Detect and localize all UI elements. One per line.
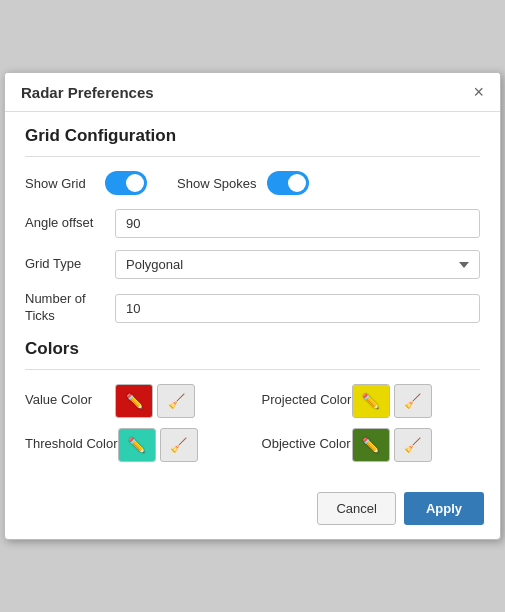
grid-type-row: Grid Type Polygonal Circular	[25, 250, 480, 279]
angle-offset-label: Angle offset	[25, 215, 115, 232]
cancel-button[interactable]: Cancel	[317, 492, 395, 525]
grid-config-title: Grid Configuration	[25, 126, 480, 146]
show-spokes-group: Show Spokes	[177, 171, 309, 195]
value-color-pencil-icon: ✏️	[126, 393, 143, 409]
angle-offset-input[interactable]	[115, 209, 480, 238]
show-spokes-slider	[267, 171, 309, 195]
projected-color-pencil-icon: ✏️	[362, 393, 379, 409]
angle-offset-control	[115, 209, 480, 238]
dialog-footer: Cancel Apply	[5, 482, 500, 539]
num-ticks-input[interactable]	[115, 294, 480, 323]
grid-type-control: Polygonal Circular	[115, 250, 480, 279]
show-grid-slider	[105, 171, 147, 195]
projected-color-eraser-icon: 🧹	[404, 393, 421, 409]
dialog-body: Grid Configuration Show Grid Show Spokes	[5, 112, 500, 482]
projected-color-buttons: ✏️ 🧹	[352, 384, 432, 418]
value-color-erase-btn[interactable]: 🧹	[157, 384, 195, 418]
num-ticks-label: Number of Ticks	[25, 291, 115, 325]
objective-color-item: Objective Color ✏️ 🧹	[262, 428, 480, 462]
threshold-color-eraser-icon: 🧹	[170, 437, 187, 453]
threshold-color-erase-btn[interactable]: 🧹	[160, 428, 198, 462]
projected-color-item: Projected Color ✏️ 🧹	[262, 384, 480, 418]
apply-button[interactable]: Apply	[404, 492, 484, 525]
show-grid-label: Show Grid	[25, 176, 95, 191]
objective-color-buttons: ✏️ 🧹	[352, 428, 432, 462]
toggle-row: Show Grid Show Spokes	[25, 171, 480, 195]
num-ticks-control	[115, 294, 480, 323]
projected-color-swatch-btn[interactable]: ✏️	[352, 384, 390, 418]
colors-row-2: Threshold Color ✏️ 🧹 Objective Color	[25, 428, 480, 462]
value-color-label: Value Color	[25, 392, 115, 409]
dialog-header: Radar Preferences ×	[5, 73, 500, 112]
threshold-color-item: Threshold Color ✏️ 🧹	[25, 428, 243, 462]
show-spokes-toggle[interactable]	[267, 171, 309, 195]
angle-offset-row: Angle offset	[25, 209, 480, 238]
threshold-color-pencil-icon: ✏️	[128, 437, 145, 453]
objective-color-swatch-btn[interactable]: ✏️	[352, 428, 390, 462]
colors-divider	[25, 369, 480, 370]
threshold-color-label: Threshold Color	[25, 436, 118, 453]
show-spokes-label: Show Spokes	[177, 176, 257, 191]
colors-row-1: Value Color ✏️ 🧹 Projected Color	[25, 384, 480, 418]
radar-preferences-dialog: Radar Preferences × Grid Configuration S…	[4, 72, 501, 540]
value-color-item: Value Color ✏️ 🧹	[25, 384, 243, 418]
grid-type-select[interactable]: Polygonal Circular	[115, 250, 480, 279]
num-ticks-row: Number of Ticks	[25, 291, 480, 325]
close-button[interactable]: ×	[473, 83, 484, 101]
section-divider	[25, 156, 480, 157]
value-color-eraser-icon: 🧹	[168, 393, 185, 409]
projected-color-label: Projected Color	[262, 392, 352, 409]
objective-color-label: Objective Color	[262, 436, 352, 453]
show-grid-group: Show Grid	[25, 171, 147, 195]
threshold-color-buttons: ✏️ 🧹	[118, 428, 198, 462]
show-grid-toggle[interactable]	[105, 171, 147, 195]
objective-color-pencil-icon: ✏️	[362, 437, 379, 453]
value-color-buttons: ✏️ 🧹	[115, 384, 195, 418]
grid-type-label: Grid Type	[25, 256, 115, 273]
objective-color-eraser-icon: 🧹	[404, 437, 421, 453]
objective-color-erase-btn[interactable]: 🧹	[394, 428, 432, 462]
colors-title: Colors	[25, 339, 480, 359]
threshold-color-swatch-btn[interactable]: ✏️	[118, 428, 156, 462]
projected-color-erase-btn[interactable]: 🧹	[394, 384, 432, 418]
colors-section: Colors Value Color ✏️ 🧹	[25, 339, 480, 462]
value-color-swatch-btn[interactable]: ✏️	[115, 384, 153, 418]
dialog-title: Radar Preferences	[21, 84, 154, 101]
